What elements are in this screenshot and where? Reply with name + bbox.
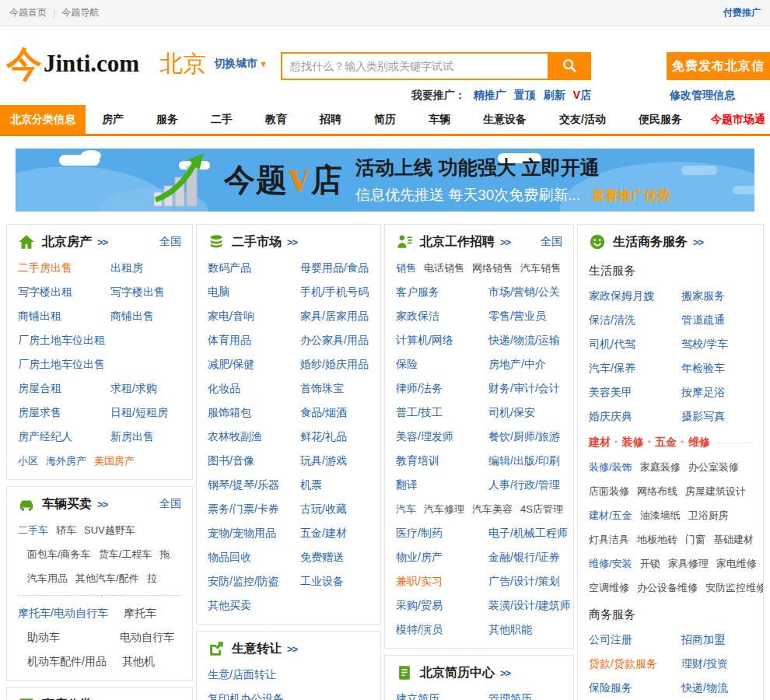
promote-vshop-link[interactable]: V店 [573,89,591,101]
nav-item[interactable]: 二手 [211,105,233,134]
section-more-arrow[interactable]: >> [500,667,510,679]
category-link[interactable]: 机票 [300,478,322,492]
category-link[interactable]: 律师/法务 [396,382,473,395]
category-link[interactable]: 钢琴/提琴/乐器 [208,478,285,492]
category-link[interactable]: 计算机/网络 [396,334,473,347]
category-link[interactable]: 客户服务 [396,285,473,299]
category-link[interactable]: 五金/建材 [300,527,347,540]
nav-item[interactable]: 招聘 [320,105,341,134]
category-link[interactable]: 基础建材 [713,533,754,546]
category-link[interactable]: 其他职能 [488,623,532,636]
nav-item[interactable]: 车辆 [429,105,450,134]
category-link[interactable]: 玩具/游戏 [300,454,347,467]
category-link[interactable]: 汽车/保养 [589,362,666,375]
category-link[interactable]: 票务/门票/卡券 [208,502,285,516]
topbar-nav-link[interactable]: 今题导航 [61,6,99,19]
category-link[interactable]: 拉 [147,572,157,585]
category-link[interactable]: 物品回收 [208,551,285,564]
category-link[interactable]: 小区 [18,454,38,467]
category-link[interactable]: 房屋求售 [18,406,95,419]
category-link[interactable]: 求租/求购 [110,382,157,395]
category-link[interactable]: 其他机 [122,655,155,668]
category-link[interactable]: 按摩足浴 [681,386,725,399]
category-link[interactable]: 医疗/制药 [396,527,473,540]
category-link[interactable]: 办公设备维修 [637,581,698,594]
category-link[interactable]: 管道疏通 [681,313,725,327]
promote-link[interactable]: 置顶 [514,89,536,101]
section-more-arrow[interactable]: >> [97,236,107,248]
category-link[interactable]: 助动车 [27,631,104,644]
section-more-arrow[interactable]: >> [287,643,297,655]
category-link[interactable]: 采购/贸易 [396,599,473,612]
category-link[interactable]: 海外房产 [46,454,86,467]
category-link[interactable]: 日租/短租房 [110,406,168,419]
category-link[interactable]: 房产经纪人 [18,430,95,443]
category-link[interactable]: 零售/营业员 [488,310,546,323]
section-nationwide-link[interactable]: 全国 [159,235,181,249]
category-link[interactable]: 其他汽车/配件 [75,572,139,585]
category-link[interactable]: 新房出售 [110,430,154,443]
category-link[interactable]: 安防/监控/防盗 [208,575,285,588]
category-link[interactable]: 开锁 [640,557,660,570]
jinti-logo-icon[interactable]: 今 [6,44,42,84]
category-link[interactable]: 家电/音响 [208,310,285,323]
category-link[interactable]: 其他买卖 [208,599,251,612]
category-link[interactable]: 家政保姆月嫂 [589,289,666,303]
category-link[interactable]: 摩托车 [124,607,156,620]
category-link[interactable]: 司机/代驾 [589,338,666,351]
category-link[interactable]: 卫浴厨房 [688,509,729,522]
category-link[interactable]: 翻译 [396,478,473,492]
category-link[interactable]: 摄影写真 [681,410,725,423]
category-link[interactable]: 年检验车 [681,362,725,375]
category-link[interactable]: 人事/行政/管理 [488,478,560,492]
section-more-arrow[interactable]: >> [287,236,297,248]
category-link[interactable]: 家具/居家用品 [300,310,369,323]
category-link[interactable]: 广告/设计/策划 [488,575,560,588]
category-link[interactable]: 快递/物流/运输 [488,334,560,347]
category-link[interactable]: 公司注册 [589,633,666,646]
topbar-home-link[interactable]: 今题首页 [9,6,47,19]
category-link[interactable]: 体育用品 [208,334,285,347]
category-link[interactable]: 教育培训 [396,454,473,467]
category-link[interactable]: 减肥/保健 [208,358,285,371]
category-link[interactable]: SUV越野车 [84,523,135,537]
category-link[interactable]: 古玩/收藏 [300,502,347,516]
category-link[interactable]: 房屋合租 [18,382,95,395]
banner-promo-link[interactable]: 查看推广优势 [591,188,670,203]
category-link[interactable]: 电子/机械工程师 [488,527,568,540]
category-link[interactable]: 家具修理 [668,557,709,570]
category-link[interactable]: 编辑/出版/印刷 [488,454,560,467]
category-link[interactable]: 美国房产 [94,454,135,467]
category-link[interactable]: 图书/音像 [208,454,285,467]
category-link[interactable]: 婚纱/婚庆用品 [300,358,369,371]
category-link[interactable]: 物业/房产 [396,551,473,564]
category-link[interactable]: 汽车美容 [472,502,513,516]
category-link[interactable]: 首饰珠宝 [300,382,344,395]
category-link[interactable]: 管理简历 [488,692,532,700]
category-link[interactable]: 写字楼出售 [110,285,165,299]
category-link[interactable]: 建立简历 [396,692,473,700]
category-link[interactable]: 保险 [396,358,473,371]
category-link[interactable]: 灯具洁具 [589,533,629,546]
category-link[interactable]: 美容/理发师 [396,430,473,443]
section-nationwide-link[interactable]: 全国 [159,497,181,511]
category-link[interactable]: 母婴用品/食品 [300,261,369,275]
switch-city-link[interactable]: 切换城市 [214,57,257,71]
category-link[interactable]: 地板地砖 [637,533,677,546]
category-link[interactable]: 商铺出租 [18,310,95,323]
promote-link[interactable]: 精推广 [474,89,506,101]
red-label-link[interactable]: 装修 [611,436,644,450]
category-link[interactable]: 数码产品 [208,261,285,275]
category-link[interactable]: 普工/技工 [396,406,473,419]
category-link[interactable]: 货车/工程车 [99,548,152,561]
category-link[interactable]: 汽车修理 [424,502,464,516]
category-link[interactable]: 面包车/商务车 [27,548,91,561]
category-link[interactable]: 汽车用品 [27,572,68,585]
category-link[interactable]: 驾校/学车 [681,338,728,351]
nav-item[interactable]: 生意设备 [483,105,527,134]
category-link[interactable]: 二手房出售 [18,261,95,275]
category-link[interactable]: 出租房 [110,261,143,275]
category-link[interactable]: 保洁/清洗 [589,313,666,327]
category-link[interactable]: 轿车 [56,523,76,537]
search-button[interactable] [548,52,591,80]
